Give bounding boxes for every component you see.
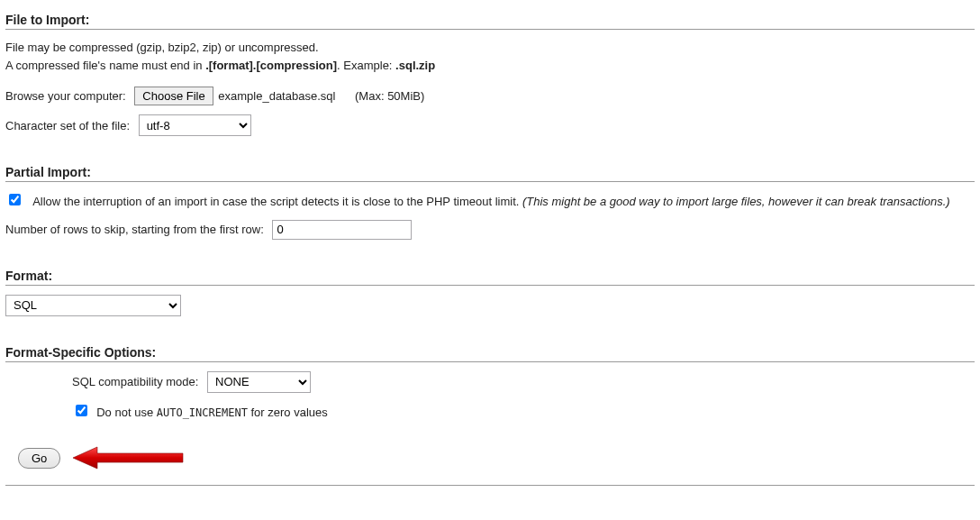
skip-rows-label: Number of rows to skip, starting from th…	[5, 223, 264, 236]
browse-label: Browse your computer:	[5, 89, 126, 103]
skip-rows-input[interactable]	[272, 220, 412, 240]
annotation-arrow	[70, 444, 187, 474]
section-header-format: Format:	[5, 269, 975, 286]
browse-row: Browse your computer: Choose File exampl…	[5, 87, 975, 105]
skip-rows-row: Number of rows to skip, starting from th…	[5, 220, 975, 240]
auto-increment-checkbox[interactable]	[76, 405, 87, 416]
selected-filename: example_database.sql	[218, 89, 335, 103]
allow-interrupt-checkbox[interactable]	[9, 194, 21, 205]
section-header-format-specific: Format-Specific Options:	[5, 345, 975, 362]
go-row: Go	[5, 448, 975, 469]
compat-label: SQL compatibility mode:	[72, 375, 198, 388]
svg-marker-0	[73, 447, 183, 469]
desc-line-1: File may be compressed (gzip, bzip2, zip…	[5, 39, 975, 57]
charset-row: Character set of the file: utf-8	[5, 114, 975, 136]
charset-label: Character set of the file:	[5, 119, 130, 132]
auto-increment-row: Do not use AUTO_INCREMENT for zero value…	[72, 402, 975, 422]
section-header-partial-import: Partial Import:	[5, 165, 975, 182]
choose-file-button[interactable]: Choose File	[134, 87, 213, 105]
auto-increment-code: AUTO_INCREMENT	[157, 406, 248, 419]
section-header-file-to-import: File to Import:	[5, 13, 975, 30]
format-select[interactable]: SQL	[5, 295, 181, 316]
bottom-divider	[5, 485, 975, 486]
file-compression-description: File may be compressed (gzip, bzip2, zip…	[5, 39, 975, 74]
allow-interrupt-label: Allow the interruption of an import in c…	[32, 195, 522, 208]
compat-row: SQL compatibility mode: NONE	[72, 371, 975, 393]
format-row: SQL	[5, 295, 975, 316]
compat-select[interactable]: NONE	[207, 371, 311, 393]
charset-select[interactable]: utf-8	[139, 114, 251, 136]
allow-interrupt-note: (This might be a good way to import larg…	[522, 195, 950, 208]
go-button[interactable]: Go	[18, 448, 60, 469]
desc-line-2: A compressed file's name must end in .[f…	[5, 57, 975, 75]
allow-interrupt-row: Allow the interruption of an import in c…	[5, 191, 975, 211]
max-size-label: (Max: 50MiB)	[355, 89, 424, 103]
